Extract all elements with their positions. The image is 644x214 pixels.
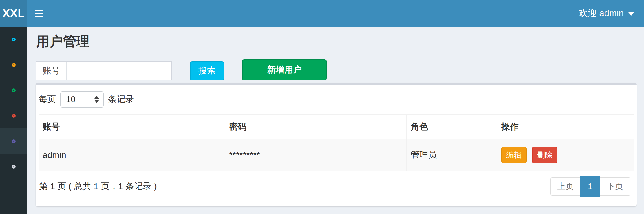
- next-page-button[interactable]: 下页: [600, 177, 630, 196]
- sidebar-item-1[interactable]: [0, 27, 27, 52]
- users-table: 账号 密码 角色 操作 admin ********* 管理员 编辑 删除: [39, 114, 634, 171]
- table-row: admin ********* 管理员 编辑 删除: [39, 139, 634, 171]
- circle-icon: [12, 63, 16, 67]
- pagination-info: 第 1 页 ( 总共 1 页，1 条记录 ): [39, 180, 157, 192]
- account-input-group: 账号: [36, 61, 172, 80]
- sidebar-item-2[interactable]: [0, 52, 27, 78]
- top-header: XXL 欢迎 admin: [0, 0, 644, 27]
- per-page-value: 10: [66, 95, 75, 104]
- column-header-account: 账号: [39, 115, 225, 139]
- app-logo[interactable]: XXL: [0, 0, 27, 27]
- hamburger-icon: [35, 10, 43, 17]
- content-area: 用户管理 账号 搜索 新增用户 每页 10 条记录: [27, 27, 644, 214]
- current-page-button[interactable]: 1: [580, 176, 600, 197]
- account-input[interactable]: [67, 62, 171, 80]
- column-header-role: 角色: [407, 115, 497, 139]
- per-page-control: 每页 10 条记录: [39, 91, 634, 108]
- table-footer: 第 1 页 ( 总共 1 页，1 条记录 ) 上页 1 下页: [39, 176, 634, 197]
- circle-icon: [12, 139, 16, 143]
- sidebar: [0, 27, 27, 214]
- per-page-select[interactable]: 10: [60, 91, 104, 108]
- sidebar-item-6[interactable]: [0, 154, 27, 179]
- delete-button[interactable]: 删除: [532, 147, 557, 163]
- sidebar-item-4[interactable]: [0, 103, 27, 128]
- per-page-suffix-label: 条记录: [108, 93, 134, 105]
- column-header-password: 密码: [225, 115, 407, 139]
- user-dropdown[interactable]: 欢迎 admin: [569, 0, 644, 27]
- cell-account: admin: [39, 139, 225, 171]
- data-panel: 每页 10 条记录 账号 密码 角色: [36, 83, 637, 206]
- table-header-row: 账号 密码 角色 操作: [39, 115, 634, 139]
- select-arrows-icon: [94, 96, 99, 103]
- per-page-prefix-label: 每页: [39, 93, 56, 105]
- cell-password: *********: [225, 139, 407, 171]
- column-header-actions: 操作: [497, 115, 634, 139]
- circle-icon: [12, 88, 16, 92]
- pagination: 上页 1 下页: [550, 176, 630, 197]
- account-label: 账号: [36, 62, 67, 80]
- add-user-button[interactable]: 新增用户: [242, 59, 327, 80]
- cell-role: 管理员: [407, 139, 497, 171]
- circle-icon: [12, 114, 16, 118]
- top-navbar: 欢迎 admin: [27, 0, 644, 27]
- page-title: 用户管理: [36, 34, 637, 49]
- cell-actions: 编辑 删除: [497, 139, 634, 171]
- caret-down-icon: [628, 12, 634, 16]
- filter-row: 账号 搜索 新增用户: [36, 59, 637, 80]
- edit-button[interactable]: 编辑: [501, 147, 527, 163]
- prev-page-button[interactable]: 上页: [550, 177, 581, 196]
- sidebar-item-5[interactable]: [0, 128, 27, 154]
- circle-icon: [12, 38, 16, 41]
- welcome-text: 欢迎 admin: [579, 7, 624, 19]
- search-button[interactable]: 搜索: [190, 61, 224, 80]
- xxl-job-admin-window: XXL 欢迎 admin: [0, 0, 644, 214]
- circle-icon: [12, 165, 16, 169]
- sidebar-item-3[interactable]: [0, 78, 27, 103]
- sidebar-toggle-button[interactable]: [27, 4, 51, 23]
